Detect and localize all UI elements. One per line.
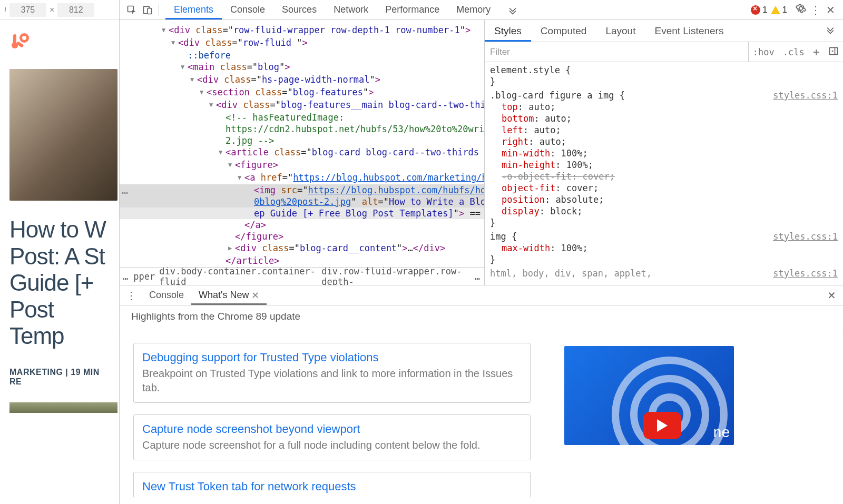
viewport-height-input[interactable]: [57, 3, 94, 17]
source-link[interactable]: styles.css:1: [773, 268, 838, 279]
dom-node[interactable]: </figure>: [120, 231, 484, 242]
card-title: Capture node screenshot beyond viewport: [142, 422, 522, 436]
warning-badge[interactable]: 1: [771, 5, 787, 15]
tab-elements[interactable]: Elements: [165, 0, 222, 19]
expand-toggle-icon[interactable]: ▼: [219, 146, 225, 158]
dom-node[interactable]: ::before: [120, 50, 484, 61]
tab-event-listeners[interactable]: Event Listeners: [645, 20, 733, 42]
expand-toggle-icon[interactable]: ▶: [228, 242, 234, 254]
breadcrumb-item[interactable]: div.row-fluid-wrapper.row-depth-: [321, 267, 470, 285]
close-drawer-icon[interactable]: ✕: [824, 289, 839, 302]
dom-node[interactable]: </a>: [120, 219, 484, 231]
tab-network[interactable]: Network: [325, 0, 377, 19]
expand-toggle-icon[interactable]: ▼: [200, 86, 206, 98]
source-link[interactable]: styles.css:1: [773, 90, 838, 101]
more-options-icon[interactable]: ⋮: [808, 4, 823, 16]
source-link[interactable]: styles.css:1: [773, 231, 838, 242]
css-declaration[interactable]: right: auto;: [490, 136, 838, 147]
css-declaration[interactable]: top: auto;: [490, 101, 838, 113]
css-declaration[interactable]: bottom: auto;: [490, 113, 838, 124]
dom-node[interactable]: </article>: [120, 255, 484, 266]
dom-node[interactable]: </div>: [120, 266, 484, 267]
whats-new-card[interactable]: New Trust Token tab for network requests: [133, 472, 531, 498]
whats-new-card[interactable]: Capture node screenshot beyond viewport …: [133, 414, 531, 460]
css-rule[interactable]: styles.css:1html, body, div, span, apple…: [490, 268, 838, 279]
new-style-rule-icon[interactable]: +: [809, 45, 824, 58]
viewport-width-input[interactable]: [9, 3, 46, 17]
css-declaration[interactable]: object-fit: cover;: [490, 182, 838, 194]
play-icon[interactable]: [643, 412, 681, 439]
dom-node[interactable]: ▼<article class="blog-card blog-card--tw…: [120, 146, 484, 159]
drawer-tab-whats-new[interactable]: What's New ✕: [191, 285, 266, 305]
expand-toggle-icon[interactable]: ▼: [238, 172, 244, 183]
dom-node[interactable]: ▼<div class="blog-features__main blog-ca…: [120, 99, 484, 112]
dom-tree[interactable]: ▼<div class="row-fluid-wrapper row-depth…: [120, 20, 484, 267]
dom-node[interactable]: ▼<div class="row-fluid-wrapper row-depth…: [120, 24, 484, 37]
close-devtools-icon[interactable]: ✕: [823, 4, 838, 16]
tab-overflow-icon[interactable]: [499, 0, 526, 19]
issue-counters[interactable]: × 1 1: [751, 5, 787, 15]
tab-layout[interactable]: Layout: [596, 20, 645, 42]
expand-toggle-icon[interactable]: ▼: [171, 37, 178, 48]
svg-rect-1: [13, 34, 16, 44]
css-declaration[interactable]: min-width: 100%;: [490, 147, 838, 159]
expand-toggle-icon[interactable]: ▼: [181, 61, 187, 73]
inspect-element-icon[interactable]: [124, 2, 140, 18]
dom-node[interactable]: <!-- hasFeaturedImage:: [120, 112, 484, 123]
toggle-sidebar-icon[interactable]: [824, 46, 843, 58]
expand-toggle-icon[interactable]: ▼: [209, 99, 215, 111]
tab-performance[interactable]: Performance: [377, 0, 448, 19]
toggle-device-toolbar-icon[interactable]: [140, 2, 155, 18]
css-declaration[interactable]: left: auto;: [490, 124, 838, 136]
dom-node[interactable]: ▼<section class="blog-features">: [120, 86, 484, 99]
drawer-tab-console[interactable]: Console: [142, 285, 191, 305]
dom-node[interactable]: ▼<div class="hs-page-width-normal">: [120, 74, 484, 86]
whats-new-subtitle: Highlights from the Chrome 89 update: [120, 305, 843, 331]
dom-node[interactable]: ▼<a href="https://blog.hubspot.com/marke…: [120, 172, 484, 184]
dom-node[interactable]: 0blog%20post-2.jpg" alt="How to Write a …: [120, 196, 484, 207]
breadcrumb-item[interactable]: div.body-container.container-fluid: [159, 267, 317, 285]
dom-node[interactable]: ep Guide [+ Free Blog Post Templates]"> …: [120, 207, 484, 219]
settings-gear-icon[interactable]: [793, 3, 808, 16]
drawer-more-icon[interactable]: ⋮: [124, 289, 139, 302]
breadcrumb-left-ellipsis[interactable]: …: [123, 271, 129, 282]
expand-toggle-icon[interactable]: ▼: [228, 159, 234, 171]
tab-memory[interactable]: Memory: [448, 0, 499, 19]
breadcrumb-right-ellipsis[interactable]: …: [475, 271, 481, 282]
dom-node[interactable]: ▼<figure>: [120, 159, 484, 172]
devtools: Elements Console Sources Network Perform…: [120, 0, 843, 504]
styles-filter-input[interactable]: [485, 42, 749, 62]
toggle-cls[interactable]: .cls: [779, 47, 809, 57]
toggle-hov[interactable]: :hov: [749, 47, 779, 57]
tab-console[interactable]: Console: [222, 0, 273, 19]
styles-tabs-overflow-icon[interactable]: [818, 24, 843, 37]
error-badge[interactable]: × 1: [751, 5, 767, 15]
dom-node[interactable]: …<img src="https://blog.hubspot.com/hubf…: [120, 184, 484, 196]
dom-node[interactable]: ▼<div class="row-fluid ">: [120, 37, 484, 50]
dom-breadcrumbs[interactable]: … pper div.body-container.container-flui…: [120, 267, 484, 285]
css-declaration[interactable]: max-width: 100%;: [490, 242, 838, 254]
dom-node[interactable]: https://cdn2.hubspot.net/hubfs/53/how%20…: [120, 123, 484, 135]
dom-node[interactable]: 2.jpg -->: [120, 135, 484, 146]
css-rule[interactable]: styles.css:1img {max-width: 100%;}: [490, 231, 838, 265]
devtools-toolbar: Elements Console Sources Network Perform…: [120, 0, 843, 20]
css-declaration[interactable]: position: absolute;: [490, 194, 838, 205]
dom-node[interactable]: ▼<main class="blog">: [120, 61, 484, 74]
whats-new-card[interactable]: Debugging support for Trusted Type viola…: [133, 343, 531, 403]
css-rule[interactable]: styles.css:1.blog-card figure a img {top…: [490, 90, 838, 229]
expand-toggle-icon[interactable]: ▼: [190, 74, 197, 85]
tab-sources[interactable]: Sources: [273, 0, 325, 19]
css-rule[interactable]: element.style {}: [490, 64, 838, 87]
expand-toggle-icon[interactable]: ▼: [162, 24, 168, 36]
styles-rules[interactable]: element.style {}styles.css:1.blog-card f…: [485, 62, 843, 285]
whats-new-video-thumbnail[interactable]: ne: [564, 346, 734, 445]
tab-computed[interactable]: Computed: [531, 20, 596, 42]
warning-icon: [771, 6, 780, 14]
css-declaration[interactable]: display: block;: [490, 205, 838, 217]
dom-node[interactable]: ▶<div class="blog-card__content">…</div>: [120, 242, 484, 255]
breadcrumb-item[interactable]: pper: [133, 271, 155, 282]
css-declaration[interactable]: -o-object-fit: cover;: [490, 171, 838, 182]
close-tab-icon[interactable]: ✕: [251, 290, 259, 301]
tab-styles[interactable]: Styles: [485, 20, 531, 42]
css-declaration[interactable]: min-height: 100%;: [490, 159, 838, 171]
